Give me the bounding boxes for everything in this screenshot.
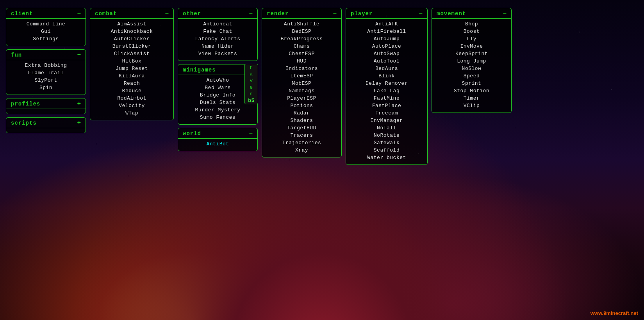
player-item-fastplace[interactable]: FastPlace (346, 102, 427, 109)
client-item-settings[interactable]: Settings (6, 35, 86, 43)
scripts-title: scripts (11, 120, 37, 126)
client-collapse-btn[interactable]: − (77, 11, 81, 17)
render-item-trajectories[interactable]: Trajectories (262, 139, 341, 147)
render-collapse-btn[interactable]: − (333, 11, 337, 17)
combat-item-aimassist[interactable]: AimAssist (90, 20, 173, 28)
minigames-item-murdermystery[interactable]: Murder Mystery (178, 106, 257, 114)
movement-item-bhop[interactable]: Bhop (432, 20, 511, 28)
render-item-potions[interactable]: Potions (262, 102, 341, 109)
client-item-gui[interactable]: Gui (6, 28, 86, 35)
raven-b5: b5 (245, 97, 258, 104)
world-collapse-btn[interactable]: − (249, 131, 253, 137)
player-item-autoplace[interactable]: AutoPlace (346, 43, 427, 50)
fun-item-spin[interactable]: Spin (6, 84, 86, 91)
movement-item-longjump[interactable]: Long Jump (432, 57, 511, 65)
movement-item-boost[interactable]: Boost (432, 28, 511, 35)
combat-collapse-btn[interactable]: − (165, 11, 169, 17)
fun-item-slyport[interactable]: SlyPort (6, 77, 86, 84)
render-item-itemesp[interactable]: ItemESP (262, 72, 341, 80)
movement-item-noslow[interactable]: NoSlow (432, 65, 511, 72)
world-panel: world − AntiBot (178, 128, 258, 151)
combat-item-rodaimbot[interactable]: RodAimbot (90, 95, 173, 102)
client-item-commandline[interactable]: Command line (6, 20, 86, 28)
combat-item-reduce[interactable]: Reduce (90, 87, 173, 95)
player-item-nofall[interactable]: NoFall (346, 124, 427, 132)
other-item-anticheat[interactable]: Anticheat (178, 20, 257, 28)
player-item-freecam[interactable]: Freecam (346, 109, 427, 117)
player-item-bedaura[interactable]: BedAura (346, 65, 427, 72)
combat-item-clickassist[interactable]: ClickAssist (90, 50, 173, 57)
other-item-fakechat[interactable]: Fake Chat (178, 28, 257, 35)
fun-collapse-btn[interactable]: − (77, 52, 81, 58)
combat-item-wtap[interactable]: WTap (90, 109, 173, 117)
combat-item-antiknockback[interactable]: AntiKnockback (90, 28, 173, 35)
render-item-bedesp[interactable]: BedESP (262, 28, 341, 35)
movement-item-speed[interactable]: Speed (432, 72, 511, 80)
movement-item-keepsprint[interactable]: KeepSprint (432, 50, 511, 57)
movement-collapse-btn[interactable]: − (503, 11, 507, 17)
player-item-fastmine[interactable]: FastMine (346, 95, 427, 102)
scripts-panel: scripts + (6, 117, 86, 133)
combat-item-burstclicker[interactable]: BurstClicker (90, 43, 173, 50)
raven-r: r (245, 64, 258, 71)
raven-n: n (245, 91, 258, 97)
fun-item-extrabobbing[interactable]: Extra Bobbing (6, 62, 86, 69)
render-item-nametags[interactable]: Nametags (262, 87, 341, 95)
movement-item-fly[interactable]: Fly (432, 35, 511, 43)
player-item-safewalk[interactable]: SafeWalk (346, 139, 427, 147)
other-item-viewpackets[interactable]: View Packets (198, 51, 237, 57)
combat-item-jumpreset[interactable]: Jump Reset (90, 65, 173, 72)
minigames-item-sumofences[interactable]: Sumo Fences (178, 114, 257, 121)
combat-item-killaura[interactable]: KillAura (90, 72, 173, 80)
render-item-hud[interactable]: HUD (262, 57, 341, 65)
player-item-norotate[interactable]: NoRotate (346, 132, 427, 139)
player-item-delayremover[interactable]: Delay Remover (346, 80, 427, 87)
movement-item-invmove[interactable]: InvMove (432, 43, 511, 50)
render-item-radar[interactable]: Radar (262, 109, 341, 117)
other-item-namehider[interactable]: Name Hider (178, 43, 257, 50)
render-item-tracers[interactable]: Tracers (262, 132, 341, 139)
player-item-antifireball[interactable]: AntiFireball (346, 28, 427, 35)
combat-item-hitbox[interactable]: HitBox (90, 57, 173, 65)
render-item-chams[interactable]: Chams (262, 43, 341, 50)
movement-item-stopmotion[interactable]: Stop Motion (432, 87, 511, 95)
player-item-waterbucket[interactable]: Water bucket (346, 154, 427, 161)
movement-item-timer[interactable]: Timer (432, 95, 511, 102)
world-item-antibot[interactable]: AntiBot (178, 140, 257, 148)
left-column: client − Command line Gui Settings fun −… (6, 8, 86, 133)
combat-item-reach[interactable]: Reach (90, 80, 173, 87)
movement-header: movement − (432, 8, 511, 19)
player-item-invmanager[interactable]: InvManager (346, 117, 427, 124)
render-item-shaders[interactable]: Shaders (262, 117, 341, 124)
fun-panel: fun − Extra Bobbing Flame Trail SlyPort … (6, 49, 86, 95)
player-title: player (351, 11, 373, 17)
render-item-indicators[interactable]: Indicators (262, 65, 341, 72)
combat-item-velocity[interactable]: Velocity (90, 102, 173, 109)
player-item-autotool[interactable]: AutoTool (346, 57, 427, 65)
render-item-targethud[interactable]: TargetHUD (262, 124, 341, 132)
fun-item-flametrail[interactable]: Flame Trail (6, 69, 86, 77)
profiles-expand-btn[interactable]: + (77, 101, 81, 107)
movement-item-sprint[interactable]: Sprint (432, 80, 511, 87)
combat-header: combat − (90, 8, 173, 19)
combat-item-autoclicker[interactable]: AutoClicker (90, 35, 173, 43)
render-item-chestesp[interactable]: ChestESP (262, 50, 341, 57)
player-item-autoswap[interactable]: AutoSwap (346, 50, 427, 57)
render-item-mobesp[interactable]: MobESP (262, 80, 341, 87)
other-item-latencyalerts[interactable]: Latency Alerts (178, 35, 257, 43)
player-item-autojump[interactable]: AutoJump (346, 35, 427, 43)
render-item-breakprogress[interactable]: BreakProgress (262, 35, 341, 43)
player-item-antiafk[interactable]: AntiAFK (346, 20, 427, 28)
other-header: other − (178, 8, 257, 19)
scripts-expand-btn[interactable]: + (77, 120, 81, 126)
player-item-blink[interactable]: Blink (346, 72, 427, 80)
render-item-antishuffle[interactable]: AntiShuffle (262, 20, 341, 28)
render-item-playeresp[interactable]: PlayerESP (262, 95, 341, 102)
profiles-header: profiles + (6, 98, 86, 109)
movement-item-vclip[interactable]: VClip (432, 102, 511, 109)
render-item-xray[interactable]: Xray (262, 147, 341, 154)
player-item-scaffold[interactable]: Scaffold (346, 147, 427, 154)
player-collapse-btn[interactable]: − (419, 11, 423, 17)
other-collapse-btn[interactable]: − (249, 11, 253, 17)
player-item-fakelag[interactable]: Fake Lag (346, 87, 427, 95)
